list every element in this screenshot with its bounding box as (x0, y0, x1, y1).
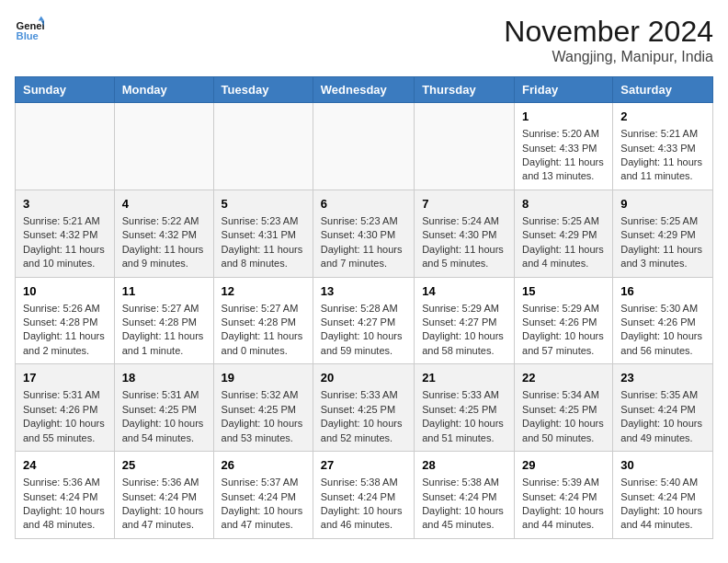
calendar-cell: 26Sunrise: 5:37 AMSunset: 4:24 PMDayligh… (213, 452, 313, 539)
cell-text: Daylight: 10 hours and 55 minutes. (23, 417, 107, 445)
calendar-cell: 10Sunrise: 5:26 AMSunset: 4:28 PMDayligh… (16, 277, 115, 364)
cell-text: Sunrise: 5:23 AM (222, 214, 305, 228)
day-number: 28 (422, 457, 506, 474)
cell-text: Sunrise: 5:32 AM (222, 388, 305, 402)
cell-text: Daylight: 10 hours and 45 minutes. (422, 504, 506, 533)
cell-text: Sunrise: 5:25 AM (620, 214, 705, 228)
calendar-cell: 1Sunrise: 5:20 AMSunset: 4:33 PMDaylight… (515, 103, 613, 190)
day-number: 7 (422, 196, 506, 213)
cell-text: Sunrise: 5:20 AM (522, 127, 605, 141)
calendar-cell: 16Sunrise: 5:30 AMSunset: 4:26 PMDayligh… (613, 277, 713, 364)
cell-text: Sunset: 4:24 PM (422, 490, 506, 504)
cell-text: Daylight: 10 hours and 50 minutes. (522, 417, 605, 445)
week-row-1: 1Sunrise: 5:20 AMSunset: 4:33 PMDaylight… (16, 103, 713, 190)
svg-text:Blue: Blue (17, 30, 39, 41)
cell-text: Sunrise: 5:28 AM (321, 302, 406, 316)
cell-text: Daylight: 10 hours and 52 minutes. (321, 417, 406, 445)
title-section: November 2024 Wangjing, Manipur, India (504, 15, 713, 65)
cell-text: Daylight: 11 hours and 9 minutes. (122, 243, 206, 271)
calendar-table: SundayMondayTuesdayWednesdayThursdayFrid… (15, 76, 713, 539)
calendar-cell: 29Sunrise: 5:39 AMSunset: 4:24 PMDayligh… (515, 452, 613, 539)
cell-text: Sunset: 4:33 PM (620, 142, 705, 155)
cell-text: Sunrise: 5:35 AM (620, 388, 705, 402)
cell-text: Daylight: 10 hours and 51 minutes. (422, 417, 506, 445)
cell-text: Daylight: 10 hours and 59 minutes. (321, 329, 406, 358)
page-header: General Blue November 2024 Wangjing, Man… (15, 15, 713, 65)
cell-text: Daylight: 10 hours and 49 minutes. (620, 417, 705, 445)
cell-text: Sunset: 4:24 PM (620, 490, 705, 504)
calendar-cell: 9Sunrise: 5:25 AMSunset: 4:29 PMDaylight… (613, 190, 713, 277)
cell-text: Sunrise: 5:37 AM (222, 476, 305, 489)
cell-text: Sunrise: 5:33 AM (321, 388, 406, 402)
weekday-header-row: SundayMondayTuesdayWednesdayThursdayFrid… (16, 77, 713, 103)
cell-text: Daylight: 11 hours and 1 minute. (122, 329, 206, 358)
cell-text: Daylight: 11 hours and 7 minutes. (321, 243, 406, 271)
day-number: 14 (422, 283, 506, 300)
calendar-cell: 27Sunrise: 5:38 AMSunset: 4:24 PMDayligh… (313, 452, 414, 539)
weekday-header-tuesday: Tuesday (213, 77, 313, 103)
calendar-cell: 24Sunrise: 5:36 AMSunset: 4:24 PMDayligh… (16, 452, 115, 539)
calendar-cell: 3Sunrise: 5:21 AMSunset: 4:32 PMDaylight… (16, 190, 115, 277)
cell-text: Sunrise: 5:36 AM (122, 476, 206, 489)
day-number: 19 (222, 370, 305, 386)
month-title: November 2024 (504, 15, 713, 49)
calendar-cell: 6Sunrise: 5:23 AMSunset: 4:30 PMDaylight… (313, 190, 414, 277)
day-number: 16 (620, 283, 705, 300)
cell-text: Sunrise: 5:39 AM (522, 476, 605, 489)
cell-text: Daylight: 11 hours and 13 minutes. (522, 155, 605, 184)
calendar-cell (415, 103, 515, 190)
calendar-cell: 25Sunrise: 5:36 AMSunset: 4:24 PMDayligh… (114, 452, 213, 539)
cell-text: Sunset: 4:31 PM (222, 228, 305, 242)
day-number: 23 (620, 370, 705, 386)
cell-text: Sunrise: 5:31 AM (23, 388, 107, 402)
cell-text: Daylight: 10 hours and 44 minutes. (620, 504, 705, 533)
calendar-cell: 30Sunrise: 5:40 AMSunset: 4:24 PMDayligh… (613, 452, 713, 539)
day-number: 18 (122, 370, 206, 386)
cell-text: Sunrise: 5:36 AM (23, 476, 107, 489)
calendar-cell: 17Sunrise: 5:31 AMSunset: 4:26 PMDayligh… (16, 364, 115, 452)
calendar-cell (114, 103, 213, 190)
cell-text: Sunset: 4:24 PM (620, 403, 705, 417)
cell-text: Sunrise: 5:33 AM (422, 388, 506, 402)
cell-text: Daylight: 10 hours and 53 minutes. (222, 417, 305, 445)
location-title: Wangjing, Manipur, India (504, 49, 713, 65)
day-number: 1 (522, 109, 605, 125)
cell-text: Sunset: 4:24 PM (122, 490, 206, 504)
cell-text: Daylight: 10 hours and 58 minutes. (422, 329, 506, 358)
day-number: 24 (23, 457, 107, 474)
day-number: 25 (122, 457, 206, 474)
cell-text: Daylight: 10 hours and 56 minutes. (620, 329, 705, 358)
day-number: 21 (422, 370, 506, 386)
cell-text: Sunrise: 5:21 AM (620, 127, 705, 141)
cell-text: Sunrise: 5:24 AM (422, 214, 506, 228)
day-number: 17 (23, 370, 107, 386)
weekday-header-friday: Friday (515, 77, 613, 103)
day-number: 9 (620, 196, 705, 213)
calendar-cell: 13Sunrise: 5:28 AMSunset: 4:27 PMDayligh… (313, 277, 414, 364)
cell-text: Sunset: 4:28 PM (222, 316, 305, 329)
cell-text: Sunset: 4:30 PM (321, 228, 406, 242)
cell-text: Sunset: 4:26 PM (23, 403, 107, 417)
calendar-cell (213, 103, 313, 190)
day-number: 5 (222, 196, 305, 213)
calendar-cell: 28Sunrise: 5:38 AMSunset: 4:24 PMDayligh… (415, 452, 515, 539)
day-number: 29 (522, 457, 605, 474)
cell-text: Daylight: 11 hours and 4 minutes. (522, 243, 605, 271)
cell-text: Daylight: 11 hours and 2 minutes. (23, 329, 107, 358)
day-number: 26 (222, 457, 305, 474)
cell-text: Sunset: 4:25 PM (122, 403, 206, 417)
day-number: 15 (522, 283, 605, 300)
weekday-header-thursday: Thursday (415, 77, 515, 103)
cell-text: Sunrise: 5:25 AM (522, 214, 605, 228)
calendar-cell: 19Sunrise: 5:32 AMSunset: 4:25 PMDayligh… (213, 364, 313, 452)
calendar-cell: 7Sunrise: 5:24 AMSunset: 4:30 PMDaylight… (415, 190, 515, 277)
calendar-cell: 12Sunrise: 5:27 AMSunset: 4:28 PMDayligh… (213, 277, 313, 364)
cell-text: Daylight: 10 hours and 47 minutes. (122, 504, 206, 533)
cell-text: Sunrise: 5:23 AM (321, 214, 406, 228)
logo-icon: General Blue (15, 15, 44, 44)
weekday-header-sunday: Sunday (16, 77, 115, 103)
weekday-header-wednesday: Wednesday (313, 77, 414, 103)
cell-text: Daylight: 10 hours and 54 minutes. (122, 417, 206, 445)
cell-text: Daylight: 11 hours and 3 minutes. (620, 243, 705, 271)
cell-text: Sunrise: 5:38 AM (422, 476, 506, 489)
